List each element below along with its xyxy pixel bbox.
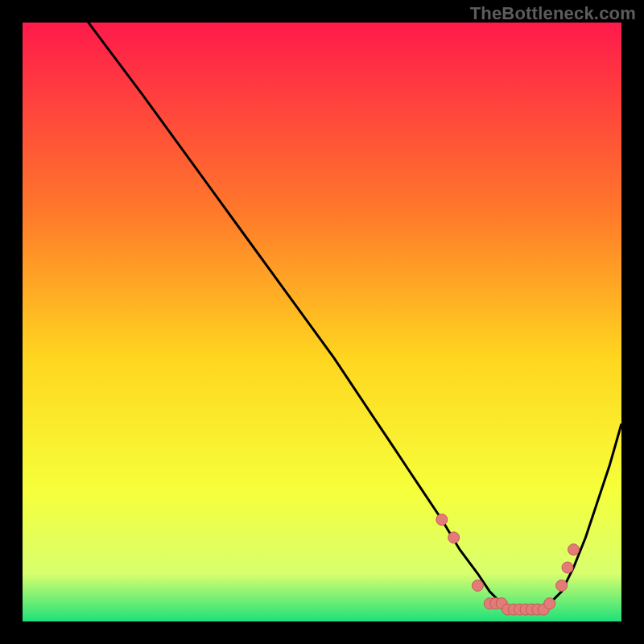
data-marker	[472, 580, 483, 591]
data-marker	[562, 562, 573, 573]
watermark-text: TheBottleneck.com	[470, 3, 636, 24]
data-marker	[448, 532, 460, 543]
data-marker	[436, 514, 448, 526]
data-marker	[568, 544, 580, 555]
chart-frame: TheBottleneck.com	[0, 0, 644, 644]
data-marker	[556, 580, 568, 591]
plot-svg	[23, 23, 621, 621]
plot-area	[23, 23, 621, 621]
data-marker	[544, 598, 555, 609]
gradient-background	[23, 23, 621, 621]
